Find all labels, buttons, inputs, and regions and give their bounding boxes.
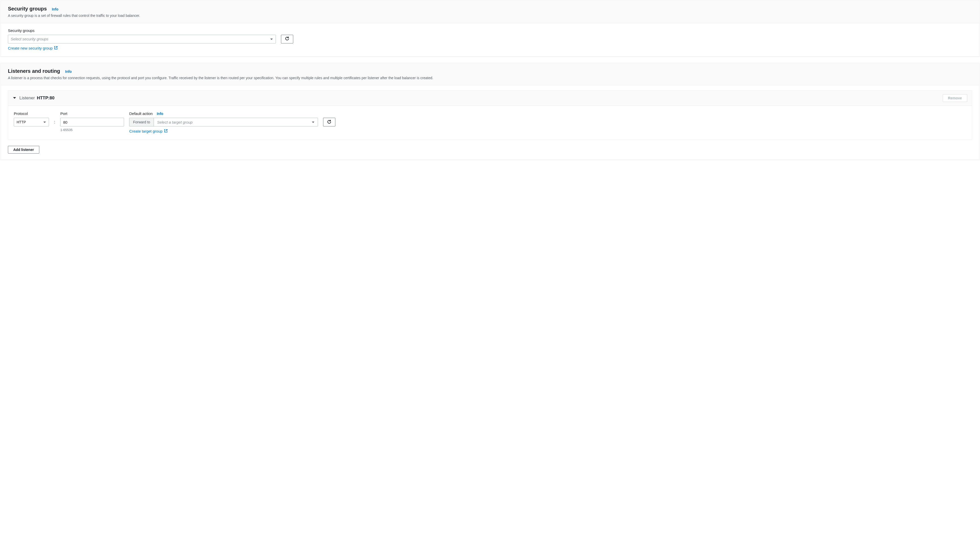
port-label: Port: [60, 112, 124, 116]
security-groups-field-label: Security groups: [8, 28, 972, 33]
listeners-routing-title-row: Listeners and routing Info: [8, 68, 972, 74]
security-groups-description: A security group is a set of firewall ru…: [8, 13, 972, 18]
default-action-column: Default action Info Forward to Select a …: [129, 112, 966, 133]
collapse-toggle[interactable]: [13, 96, 16, 100]
external-link-icon: [164, 129, 168, 133]
forward-to-group: Forward to Select a target group: [129, 118, 318, 126]
default-action-label-row: Default action Info: [129, 112, 966, 116]
listeners-routing-title: Listeners and routing: [8, 68, 60, 74]
security-groups-title-row: Security groups Info: [8, 6, 972, 12]
listener-card-header: Listener HTTP:80 Remove: [8, 91, 972, 106]
default-action-row: Forward to Select a target group: [129, 118, 966, 126]
remove-listener-button[interactable]: Remove: [943, 94, 967, 102]
security-groups-select[interactable]: Select security groups: [8, 35, 276, 43]
protocol-value: HTTP: [17, 120, 26, 124]
refresh-icon: [327, 120, 331, 124]
security-groups-panel: Security groups Info A security group is…: [0, 0, 980, 57]
protocol-select[interactable]: HTTP: [14, 118, 49, 126]
port-input[interactable]: [60, 118, 124, 126]
external-link-icon: [54, 46, 58, 50]
refresh-security-groups-button[interactable]: [281, 35, 293, 43]
forward-to-prefix: Forward to: [129, 118, 154, 126]
default-action-label: Default action: [129, 112, 153, 116]
security-groups-title: Security groups: [8, 6, 47, 12]
create-target-group-label: Create target group: [129, 129, 162, 133]
listener-title-wrap: Listener HTTP:80: [13, 96, 54, 101]
listener-card-body: Protocol HTTP : Port 1-65535: [8, 106, 972, 139]
port-hint: 1-65535: [60, 128, 124, 132]
listener-card: Listener HTTP:80 Remove Protocol HTTP: [8, 91, 972, 140]
protocol-column: Protocol HTTP: [14, 112, 49, 126]
refresh-target-groups-button[interactable]: [323, 118, 335, 126]
security-groups-body: Security groups Select security groups C…: [1, 23, 979, 56]
security-groups-header: Security groups Info A security group is…: [1, 1, 979, 23]
create-security-group-link[interactable]: Create new security group: [8, 46, 58, 50]
listener-label-value: HTTP:80: [37, 96, 54, 101]
listeners-routing-info-link[interactable]: Info: [65, 69, 72, 73]
caret-down-icon: [43, 120, 46, 124]
listeners-routing-body: Listener HTTP:80 Remove Protocol HTTP: [1, 85, 979, 160]
default-action-info-link[interactable]: Info: [157, 112, 163, 116]
caret-down-icon: [270, 37, 273, 41]
caret-down-icon: [312, 120, 315, 124]
target-group-placeholder: Select a target group: [157, 120, 192, 124]
security-groups-row: Select security groups: [8, 35, 972, 43]
listeners-routing-description: A listener is a process that checks for …: [8, 76, 972, 81]
security-groups-placeholder: Select security groups: [11, 37, 48, 41]
listeners-routing-header: Listeners and routing Info A listener is…: [1, 63, 979, 86]
listener-label-prefix: Listener: [19, 96, 35, 101]
refresh-icon: [285, 37, 289, 41]
listeners-routing-panel: Listeners and routing Info A listener is…: [0, 63, 980, 160]
create-security-group-label: Create new security group: [8, 46, 52, 50]
target-group-select[interactable]: Select a target group: [154, 118, 318, 126]
add-listener-button[interactable]: Add listener: [8, 146, 39, 153]
port-column: Port 1-65535: [60, 112, 124, 132]
protocol-label: Protocol: [14, 112, 49, 116]
protocol-port-separator: :: [54, 120, 55, 124]
security-groups-info-link[interactable]: Info: [52, 7, 59, 11]
add-listener-row: Add listener: [8, 146, 972, 153]
create-target-group-link[interactable]: Create target group: [129, 129, 966, 133]
